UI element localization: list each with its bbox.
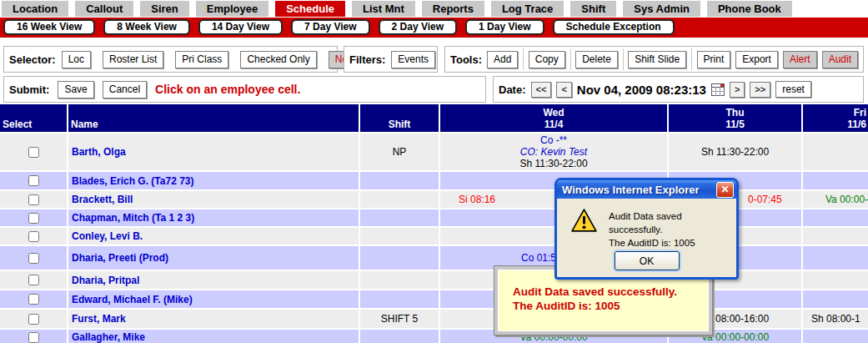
selector-roster-list-button[interactable]: Roster List — [103, 51, 163, 68]
shift-cell[interactable] — [360, 330, 439, 343]
view-14-day-button[interactable]: 14 Day View — [198, 19, 283, 35]
tools-delete-button[interactable]: Delete — [575, 51, 618, 68]
schedule-cell-thu[interactable]: Sh 11:30-22:00 — [669, 134, 801, 170]
schedule-cell-fri[interactable] — [803, 246, 868, 270]
employee-name[interactable]: Blades, Erich G. (Ta72 73) — [68, 172, 359, 189]
schedule-cell-fri[interactable] — [803, 209, 868, 226]
tab-siren[interactable]: Siren — [140, 1, 189, 17]
employee-name[interactable]: Gallagher, Mike — [68, 330, 359, 343]
shift-cell[interactable] — [360, 209, 439, 226]
date-label: Date: — [499, 83, 526, 96]
close-icon[interactable]: ✕ — [716, 182, 734, 198]
dialog-message: Audit Data saved successfully. The Audit… — [609, 209, 736, 250]
shift-cell[interactable]: SHIFT 5 — [360, 310, 439, 328]
tab-reports[interactable]: Reports — [422, 1, 484, 17]
row-select-checkbox[interactable] — [28, 253, 39, 264]
row-select-cell — [0, 330, 67, 343]
schedule-cell-fri[interactable]: Sh 08:00-1 — [803, 310, 868, 328]
employee-name[interactable]: Edward, Michael F. (Mike) — [68, 290, 359, 308]
selector-loc-button[interactable]: Loc — [62, 51, 91, 68]
employee-name[interactable]: Chapman, Mitch (Ta 1 2 3) — [68, 209, 359, 226]
view-8-week-button[interactable]: 8 Week View — [103, 19, 190, 35]
date-prev-button[interactable]: < — [556, 82, 571, 98]
selector-checked-only-button[interactable]: Checked Only — [240, 51, 316, 68]
shift-cell[interactable] — [360, 271, 439, 289]
row-select-checkbox[interactable] — [28, 194, 39, 205]
header-day-fri: Fri11/6 — [803, 104, 868, 132]
schedule-cell-fri[interactable] — [803, 330, 868, 343]
shift-cell[interactable] — [360, 191, 439, 208]
shift-cell[interactable] — [360, 290, 439, 308]
tab-callout[interactable]: Callout — [75, 1, 133, 17]
tab-schedule[interactable]: Schedule — [275, 1, 345, 17]
tools-label: Tools: — [450, 53, 482, 66]
schedule-exception-button[interactable]: Schedule Exception — [553, 19, 675, 35]
employee-name[interactable]: Dharia, Preeti (Prod) — [68, 246, 359, 270]
employee-name[interactable]: Brackett, Bill — [68, 191, 359, 208]
tab-list-mnt[interactable]: List Mnt — [352, 1, 415, 17]
employee-name[interactable]: Conley, Levi B. — [68, 228, 359, 245]
employee-name[interactable]: Barth, Olga — [68, 134, 359, 170]
schedule-cell-fri[interactable]: Va 00:00-2 — [803, 191, 868, 208]
cancel-button[interactable]: Cancel — [103, 81, 147, 98]
date-reset-button[interactable]: reset — [775, 81, 811, 98]
view-16-week-button[interactable]: 16 Week View — [3, 19, 95, 35]
tab-sys-admin[interactable]: Sys Admin — [623, 1, 700, 17]
row-select-checkbox[interactable] — [28, 275, 39, 285]
tools-audit-button[interactable]: Audit — [822, 51, 858, 68]
filters-events-button[interactable]: Events — [391, 51, 435, 68]
tab-shift[interactable]: Shift — [570, 1, 616, 17]
tools-alert-button[interactable]: Alert — [783, 51, 817, 68]
view-2-day-button[interactable]: 2 Day View — [379, 19, 457, 35]
schedule-cell-fri[interactable] — [803, 134, 868, 170]
row-select-checkbox[interactable] — [28, 213, 39, 224]
tools-copy-button[interactable]: Copy — [529, 51, 565, 68]
shift-cell[interactable] — [360, 228, 439, 245]
dialog-title: Windows Internet Explorer — [562, 184, 716, 196]
shift-cell[interactable]: NP — [360, 134, 439, 170]
schedule-cell-fri[interactable] — [803, 228, 868, 245]
date-prev-fast-button[interactable]: << — [531, 82, 552, 98]
schedule-cell-fri[interactable] — [803, 172, 868, 189]
tools-print-button[interactable]: Print — [697, 51, 731, 68]
date-next-fast-button[interactable]: >> — [750, 82, 770, 98]
ok-button[interactable]: OK — [615, 251, 680, 270]
tools-group: Tools: Add Copy Delete Shift Slide Print… — [444, 46, 864, 73]
warning-icon — [570, 208, 598, 237]
row-select-cell — [0, 290, 67, 308]
shift-cell[interactable] — [360, 172, 439, 189]
row-select-checkbox[interactable] — [28, 147, 39, 158]
schedule-cell-fri[interactable] — [803, 290, 868, 308]
tools-add-button[interactable]: Add — [487, 51, 518, 68]
employee-name[interactable]: Dharia, Pritpal — [68, 271, 359, 289]
tab-phone-book[interactable]: Phone Book — [707, 1, 792, 17]
employee-name[interactable]: Furst, Mark — [68, 310, 359, 328]
dialog-titlebar[interactable]: Windows Internet Explorer ✕ — [557, 180, 736, 199]
row-select-cell — [0, 134, 67, 170]
save-button[interactable]: Save — [58, 81, 93, 98]
tools-export-button[interactable]: Export — [735, 51, 778, 68]
view-7-day-button[interactable]: 7 Day View — [291, 19, 369, 35]
row-select-checkbox[interactable] — [28, 175, 39, 186]
schedule-cell-wed[interactable]: Co -** CO: Kevin Test Sh 11:30-22:00 — [440, 134, 667, 170]
tab-employee[interactable]: Employee — [196, 1, 268, 17]
view-1-day-button[interactable]: 1 Day View — [465, 19, 544, 35]
row-select-cell — [0, 172, 67, 189]
date-next-button[interactable]: > — [730, 82, 745, 98]
schedule-cell-fri[interactable] — [803, 271, 868, 289]
row-select-checkbox[interactable] — [28, 231, 39, 242]
tools-shift-slide-button[interactable]: Shift Slide — [628, 51, 686, 68]
tab-location[interactable]: Location — [2, 1, 68, 17]
row-select-cell — [0, 246, 67, 270]
row-select-checkbox[interactable] — [28, 332, 39, 343]
shift-cell[interactable] — [360, 246, 439, 270]
row-select-checkbox[interactable] — [28, 314, 39, 325]
row-select-checkbox[interactable] — [28, 294, 39, 305]
row-select-cell — [0, 310, 67, 328]
calendar-icon[interactable] — [711, 83, 725, 96]
main-tab-bar: Location Callout Siren Employee Schedule… — [2, 1, 792, 17]
header-select: Select — [0, 104, 67, 132]
tab-log-trace[interactable]: Log Trace — [491, 1, 564, 17]
tooltip-line-1: Audit Data saved successfully. — [513, 285, 712, 299]
selector-pri-class-button[interactable]: Pri Class — [175, 51, 228, 68]
